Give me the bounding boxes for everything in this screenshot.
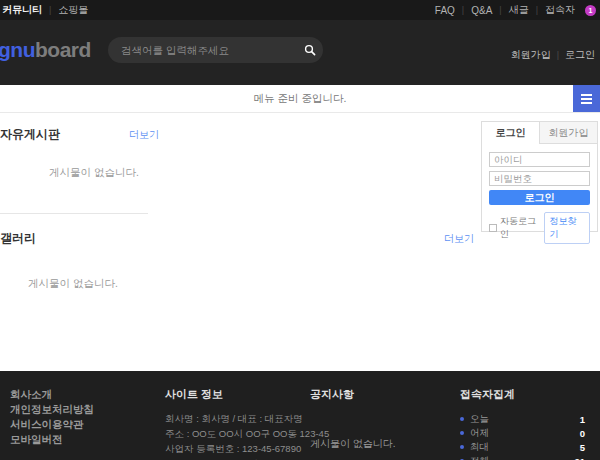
- board-empty-message: 게시물이 없습니다.: [49, 166, 139, 180]
- stat-row-today: 오늘 1: [460, 412, 585, 426]
- tab-login[interactable]: 로그인: [482, 122, 540, 144]
- menu-placeholder-text: 메뉴 준비 중입니다.: [254, 92, 347, 106]
- site-info-line: 주소 : OO도 OO시 OO구 OO동 123-45: [165, 426, 315, 441]
- stat-row-max: 최대 5: [460, 440, 585, 454]
- login-submit-button[interactable]: 로그인: [489, 190, 590, 205]
- search-icon: [304, 44, 316, 56]
- divider: |: [557, 50, 559, 60]
- section-divider: [0, 213, 148, 214]
- board-section-title: 자유게시판: [0, 126, 60, 143]
- stat-value: 21: [574, 456, 585, 460]
- footer-link-mobile[interactable]: 모바일버전: [10, 432, 94, 447]
- tab-signup[interactable]: 회원가입: [540, 122, 597, 144]
- footer-visitor-stats: 접속자집계 오늘 1 어제 0 최대 5: [460, 387, 585, 460]
- stat-label: 어제: [470, 427, 580, 440]
- login-widget: 로그인 회원가입 로그인 자동로그인 정보찾기: [481, 121, 598, 232]
- bullet-icon: [460, 445, 464, 449]
- visitor-stats-rows: 오늘 1 어제 0 최대 5 전체 21: [460, 412, 585, 460]
- stat-value: 5: [580, 442, 585, 453]
- visitor-count-badge: 1: [585, 5, 596, 16]
- topbar-left-links: 커뮤니티 | 쇼핑몰: [2, 3, 88, 17]
- member-links: 회원가입 | 로그인: [511, 48, 595, 62]
- hamburger-menu-button[interactable]: [573, 85, 600, 112]
- login-password-field[interactable]: [489, 171, 590, 186]
- bullet-icon: [460, 431, 464, 435]
- find-info-button[interactable]: 정보찾기: [544, 212, 590, 244]
- stat-label: 최대: [470, 441, 580, 454]
- site-logo[interactable]: gnuboard: [0, 38, 91, 62]
- new-posts-link[interactable]: 새글: [509, 3, 529, 17]
- login-id-field[interactable]: [489, 152, 590, 167]
- bullet-icon: [460, 417, 464, 421]
- stat-label: 오늘: [470, 413, 580, 426]
- auto-login-checkbox[interactable]: [489, 224, 497, 232]
- site-info-lines: 회사명 : 회사명 / 대표 : 대표자명 주소 : OO도 OO시 OO구 O…: [165, 411, 315, 460]
- stat-row-yesterday: 어제 0: [460, 426, 585, 440]
- community-link[interactable]: 커뮤니티: [2, 3, 42, 17]
- gallery-empty-message: 게시물이 없습니다.: [28, 277, 118, 291]
- stat-value: 0: [580, 428, 585, 439]
- hamburger-icon: [581, 94, 592, 104]
- site-info-title: 사이트 정보: [165, 387, 315, 402]
- gallery-more-link[interactable]: 더보기: [444, 232, 474, 246]
- main-content: 자유게시판 더보기 게시물이 없습니다. 갤러리 더보기 게시물이 없습니다. …: [0, 113, 600, 371]
- footer-policy-links: 회사소개 개인정보처리방침 서비스이용약관 모바일버전: [10, 387, 94, 447]
- visitor-stats-title: 접속자집계: [460, 387, 585, 402]
- gallery-section-title: 갤러리: [0, 230, 36, 247]
- divider: |: [499, 5, 501, 15]
- footer-site-info: 사이트 정보 회사명 : 회사명 / 대표 : 대표자명 주소 : OO도 OO…: [165, 387, 315, 460]
- stat-row-total: 전체 21: [460, 454, 585, 460]
- visitors-link[interactable]: 접속자: [545, 3, 575, 17]
- top-utility-bar: 커뮤니티 | 쇼핑몰 FAQ | Q&A | 새글 | 접속자 1: [0, 0, 600, 20]
- logo-text-board: board: [35, 38, 91, 61]
- login-form: 로그인 자동로그인 정보찾기: [482, 144, 597, 244]
- board-more-link[interactable]: 더보기: [129, 128, 159, 142]
- search-button[interactable]: [297, 37, 323, 63]
- signup-link[interactable]: 회원가입: [511, 48, 551, 62]
- footer-link-privacy[interactable]: 개인정보처리방침: [10, 402, 94, 417]
- search-bar: [108, 37, 323, 63]
- footer-notice: 공지사항 게시물이 없습니다.: [310, 387, 440, 451]
- qna-link[interactable]: Q&A: [471, 5, 492, 16]
- site-header: gnuboard 회원가입 | 로그인: [0, 20, 600, 85]
- site-info-line: 회사명 : 회사명 / 대표 : 대표자명: [165, 411, 315, 426]
- stat-value: 1: [580, 414, 585, 425]
- shop-link[interactable]: 쇼핑몰: [58, 3, 88, 17]
- auto-login-toggle[interactable]: 자동로그인: [489, 215, 544, 241]
- auto-login-label: 자동로그인: [500, 215, 544, 241]
- footer-link-company[interactable]: 회사소개: [10, 387, 94, 402]
- notice-empty-message: 게시물이 없습니다.: [310, 437, 440, 451]
- main-menu-bar: 메뉴 준비 중입니다.: [0, 85, 600, 113]
- logo-text-gnu: gnu: [0, 38, 35, 61]
- divider: |: [536, 5, 538, 15]
- footer-link-terms[interactable]: 서비스이용약관: [10, 417, 94, 432]
- divider: |: [49, 5, 51, 15]
- search-input[interactable]: [108, 44, 297, 56]
- login-widget-tabs: 로그인 회원가입: [482, 122, 597, 144]
- login-link[interactable]: 로그인: [565, 48, 595, 62]
- gnuboard-homepage: 커뮤니티 | 쇼핑몰 FAQ | Q&A | 새글 | 접속자 1 gnuboa…: [0, 0, 600, 460]
- site-footer: 회사소개 개인정보처리방침 서비스이용약관 모바일버전 사이트 정보 회사명 :…: [0, 371, 600, 460]
- site-info-line: 전화 : 02-123-4567 팩스 : 02-123-4568: [165, 456, 315, 460]
- faq-link[interactable]: FAQ: [435, 5, 455, 16]
- login-footer-row: 자동로그인 정보찾기: [489, 212, 590, 244]
- topbar-right-links: FAQ | Q&A | 새글 | 접속자 1: [435, 3, 596, 17]
- divider: |: [462, 5, 464, 15]
- notice-title: 공지사항: [310, 387, 440, 402]
- site-info-line: 사업자 등록번호 : 123-45-67890: [165, 441, 315, 456]
- stat-label: 전체: [470, 455, 574, 460]
